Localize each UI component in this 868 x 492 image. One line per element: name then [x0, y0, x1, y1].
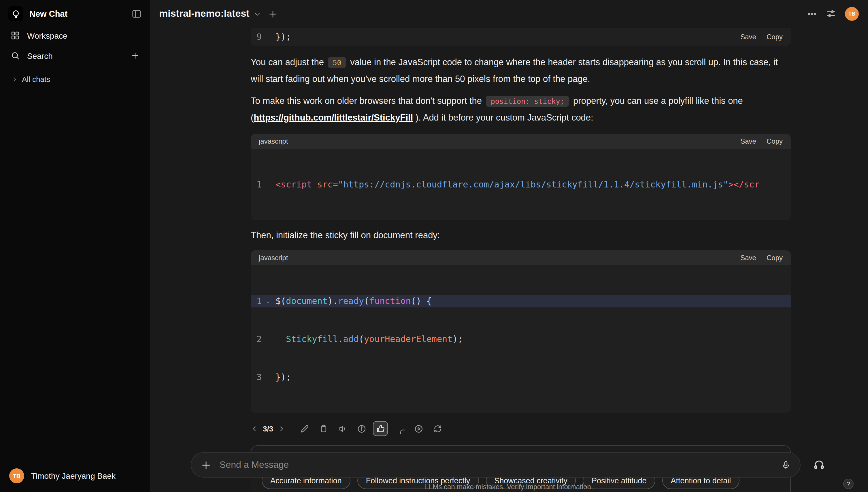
header-avatar[interactable]: TB [845, 7, 859, 21]
code-token: $( [275, 296, 286, 306]
paragraph-text: You can adjust the [251, 57, 326, 67]
thumbs-up-button[interactable] [373, 421, 388, 436]
code-token: "https://cdnjs.cloudflare.com/ajax/libs/… [338, 179, 729, 190]
prev-response-button[interactable] [251, 425, 258, 432]
response-pager: 3/3 [263, 424, 273, 433]
code-copy-button[interactable]: Copy [767, 137, 783, 145]
voice-call-headphones-button[interactable] [809, 454, 830, 475]
code-language-label: javascript [259, 137, 288, 145]
code-token: src= [317, 179, 338, 190]
code-save-button[interactable]: Save [740, 33, 756, 41]
all-chats-section[interactable]: All chats [5, 72, 145, 87]
disclaimer-text: LLMs can make mistakes. Verify important… [150, 483, 868, 491]
sidebar-plus-icon[interactable] [131, 51, 139, 60]
user-menu-button[interactable]: TB Timothy Jaeryang Baek [5, 465, 145, 486]
workspace-grid-icon [10, 30, 20, 40]
assistant-paragraph: You can adjust the 50 value in the JavaS… [251, 54, 791, 87]
sidebar-item-search[interactable]: Search [5, 46, 145, 65]
code-block-header: javascript Save Copy [251, 250, 791, 265]
inline-code-position-sticky: position: sticky; [486, 96, 569, 107]
new-chat-plus-button[interactable] [268, 9, 278, 19]
code-content: 1<script src="https://cdnjs.cloudflare.c… [251, 149, 791, 220]
paragraph-text: ). Add it before your custom JavaScript … [413, 113, 593, 122]
info-button[interactable] [354, 421, 369, 436]
code-token: ( [364, 296, 369, 306]
app-window: New Chat Workspace Search All chats TB T… [0, 0, 868, 492]
line-number: 3 [257, 371, 266, 384]
code-copy-button[interactable]: Copy [767, 33, 783, 41]
code-token: ); [452, 334, 463, 344]
main-area: mistral-nemo:latest TB 9}); Save Copy Yo… [150, 0, 868, 492]
code-token: ). [328, 296, 338, 306]
copy-message-button[interactable] [316, 421, 331, 436]
microphone-icon[interactable] [781, 460, 791, 470]
user-name: Timothy Jaeryang Baek [31, 471, 115, 481]
code-token: ( [359, 334, 364, 344]
paragraph-text: Then, initialize the sticky fill on docu… [251, 230, 440, 240]
code-token: <script [275, 179, 317, 190]
new-chat-label: New Chat [29, 9, 68, 19]
code-token: }); [275, 372, 291, 383]
edit-message-button[interactable] [297, 421, 312, 436]
code-content: 1⌄$(document).ready(function() { 2 Stick… [251, 265, 791, 413]
code-block-partial: 9}); Save Copy [251, 28, 791, 46]
regenerate-button[interactable] [430, 421, 445, 436]
workspace-label: Workspace [27, 31, 139, 40]
code-token: function [369, 296, 411, 306]
message-action-bar: 3/3 [251, 421, 791, 436]
assistant-paragraph: Then, initialize the sticky fill on docu… [251, 227, 791, 243]
code-save-button[interactable]: Save [740, 137, 756, 145]
new-chat-button[interactable]: New Chat [8, 6, 68, 21]
sidebar: New Chat Workspace Search All chats TB T… [0, 0, 150, 492]
code-block-document-ready: javascript Save Copy 1⌄$(document).ready… [251, 250, 791, 413]
code-token: Stickyfill [286, 334, 338, 344]
line-number: 2 [257, 333, 266, 345]
attach-plus-button[interactable] [201, 460, 212, 470]
code-save-button[interactable]: Save [740, 254, 756, 262]
chat-column: 9}); Save Copy You can adjust the 50 val… [251, 28, 791, 492]
search-label: Search [27, 51, 124, 60]
sidebar-item-workspace[interactable]: Workspace [5, 26, 145, 45]
chevron-right-icon [11, 76, 18, 82]
code-token: add [343, 334, 359, 344]
fold-chevron-icon[interactable]: ⌄ [266, 295, 275, 308]
sidebar-toggle-button[interactable] [131, 9, 142, 19]
paragraph-text: To make this work on older browsers that… [251, 96, 484, 105]
code-token: ></scr [728, 179, 759, 190]
next-response-button[interactable] [278, 425, 285, 432]
code-token: yourHeaderElement [364, 334, 452, 344]
thumbs-down-button[interactable] [392, 421, 407, 436]
code-block-header: javascript Save Copy [251, 134, 791, 149]
code-token: ready [338, 296, 364, 306]
help-button[interactable]: ? [843, 479, 853, 489]
overflow-menu-button[interactable] [807, 9, 817, 19]
model-name: mistral-nemo:latest [159, 8, 249, 20]
stickyfill-link[interactable]: https://github.com/littlestair/StickyFil… [254, 113, 413, 122]
message-composer [191, 452, 800, 477]
app-logo-icon [8, 6, 23, 21]
controls-sliders-button[interactable] [826, 9, 836, 19]
inline-code-50: 50 [328, 57, 346, 68]
all-chats-label: All chats [22, 75, 50, 84]
line-number: 1 [257, 178, 266, 191]
search-icon [10, 51, 20, 60]
continue-response-button[interactable] [411, 421, 426, 436]
code-copy-button[interactable]: Copy [767, 254, 783, 262]
line-number: 9 [257, 32, 266, 42]
message-input[interactable] [218, 459, 781, 471]
line-number: 1 [257, 295, 266, 308]
code-token [275, 334, 286, 344]
model-selector[interactable]: mistral-nemo:latest [159, 8, 261, 20]
code-token: document [286, 296, 328, 306]
code-language-label: javascript [259, 254, 288, 262]
user-avatar: TB [9, 468, 24, 483]
code-token: }); [275, 32, 291, 42]
read-aloud-button[interactable] [335, 421, 350, 436]
code-token: . [338, 334, 343, 344]
assistant-paragraph: To make this work on older browsers that… [251, 93, 791, 126]
chevron-down-icon [254, 10, 261, 18]
code-block-script-tag: javascript Save Copy 1<script src="https… [251, 134, 791, 220]
top-bar: mistral-nemo:latest TB [150, 0, 868, 28]
code-token: () { [411, 296, 432, 306]
